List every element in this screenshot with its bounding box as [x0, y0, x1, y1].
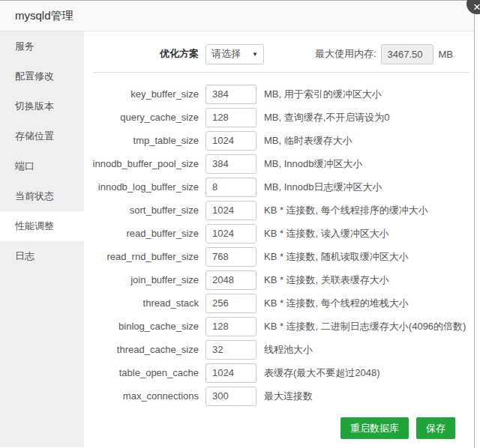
param-description: MB, 用于索引的缓冲区大小	[264, 88, 382, 101]
sidebar-item-label: 存储位置	[15, 130, 54, 143]
binlog_cache_size-input[interactable]	[206, 317, 256, 336]
param-label: thread_stack	[84, 297, 199, 309]
thread_stack-input[interactable]	[206, 294, 256, 313]
sidebar-item-3[interactable]: 存储位置	[0, 121, 84, 151]
param-label: innodb_log_buffer_size	[84, 181, 199, 193]
chevron-down-icon: ▼	[252, 51, 258, 58]
sidebar-item-label: 端口	[15, 160, 34, 173]
param-label: table_open_cache	[84, 367, 199, 378]
sidebar-item-6[interactable]: 性能调整	[0, 211, 84, 241]
main-panel: 优化方案 请选择 ▼ 最大使用内存: MB key_buffer_size MB…	[84, 31, 474, 447]
param-row: thread_cache_size 线程池大小	[84, 338, 474, 361]
param-row: read_rnd_buffer_size KB * 连接数, 随机读取缓冲区大小	[84, 245, 474, 268]
sidebar-item-label: 性能调整	[15, 220, 54, 233]
param-label: tmp_table_size	[84, 135, 199, 146]
param-label: max_connections	[84, 390, 199, 402]
sidebar-item-7[interactable]: 日志	[0, 241, 84, 271]
sidebar-item-label: 日志	[15, 249, 34, 263]
param-description: MB, Innodb日志缓冲区大小	[264, 181, 382, 194]
param-row: join_buffer_size KB * 连接数, 关联表缓存大小	[84, 268, 474, 291]
param-row: innodb_log_buffer_size MB, Innodb日志缓冲区大小	[84, 175, 474, 199]
scheme-label: 优化方案	[93, 47, 199, 61]
param-label: read_buffer_size	[84, 228, 199, 239]
param-description: 最大连接数	[264, 390, 313, 403]
param-description: MB, 查询缓存,不开启请设为0	[264, 111, 390, 124]
mysqld-manage-dialog: ✕ mysqld管理 服务 配置修改 切换版本 存储位置 端口 当前状态 性能调…	[0, 1, 475, 448]
innodb_buffer_pool_size-input[interactable]	[206, 154, 256, 174]
param-label: sort_buffer_size	[84, 205, 199, 216]
param-description: KB * 连接数, 读入缓冲区大小	[264, 227, 389, 240]
save-button[interactable]: 保存	[416, 417, 455, 439]
sidebar-item-2[interactable]: 切换版本	[0, 91, 84, 121]
param-row: query_cache_size MB, 查询缓存,不开启请设为0	[84, 106, 474, 129]
close-icon: ✕	[473, 2, 480, 12]
param-label: innodb_buffer_pool_size	[84, 158, 199, 169]
param-form: key_buffer_size MB, 用于索引的缓冲区大小 query_cac…	[84, 73, 474, 408]
dialog-top-border	[0, 0, 480, 1]
table_open_cache-input[interactable]	[206, 363, 256, 383]
param-row: key_buffer_size MB, 用于索引的缓冲区大小	[84, 82, 474, 106]
param-row: binlog_cache_size KB * 连接数, 二进制日志缓存大小(40…	[84, 315, 474, 338]
max_connections-input[interactable]	[206, 387, 256, 406]
param-row: thread_stack KB * 连接数, 每个线程的堆栈大小	[84, 291, 474, 315]
param-row: tmp_table_size MB, 临时表缓存大小	[84, 129, 474, 152]
param-label: key_buffer_size	[84, 88, 199, 100]
sidebar-item-label: 切换版本	[15, 100, 54, 113]
param-description: KB * 连接数, 关联表缓存大小	[264, 273, 389, 287]
sidebar-item-label: 服务	[15, 40, 34, 53]
param-description: MB, 临时表缓存大小	[264, 134, 352, 148]
param-description: MB, Innodb缓冲区大小	[264, 157, 363, 171]
param-row: max_connections 最大连接数	[84, 384, 474, 408]
scheme-select[interactable]: 请选择 ▼	[206, 44, 264, 64]
param-description: KB * 连接数, 二进制日志缓存大小(4096的倍数)	[264, 320, 466, 333]
param-row: innodb_buffer_pool_size MB, Innodb缓冲区大小	[84, 152, 474, 175]
param-description: KB * 连接数, 随机读取缓冲区大小	[264, 250, 409, 264]
max-memory-group: 最大使用内存: MB	[315, 44, 453, 64]
innodb_log_buffer_size-input[interactable]	[206, 178, 256, 197]
dialog-title: mysqld管理	[15, 9, 74, 23]
key_buffer_size-input[interactable]	[206, 85, 256, 104]
actions-row: 重启数据库 保存	[84, 417, 474, 439]
param-description: 表缓存(最大不要超过2048)	[264, 366, 380, 380]
max-memory-input[interactable]	[381, 44, 434, 64]
sidebar-item-4[interactable]: 端口	[0, 151, 84, 181]
scheme-select-value: 请选择	[212, 47, 241, 61]
query_cache_size-input[interactable]	[206, 108, 256, 127]
param-row: sort_buffer_size KB * 连接数, 每个线程排序的缓冲大小	[84, 199, 474, 222]
read_rnd_buffer_size-input[interactable]	[206, 247, 256, 267]
param-description: KB * 连接数, 每个线程排序的缓冲大小	[264, 204, 428, 217]
param-description: 线程池大小	[264, 343, 313, 357]
sidebar: 服务 配置修改 切换版本 存储位置 端口 当前状态 性能调整 日志	[0, 31, 84, 447]
restart-database-button[interactable]: 重启数据库	[340, 417, 409, 439]
sidebar-item-label: 当前状态	[15, 190, 54, 203]
dialog-titlebar: mysqld管理	[0, 1, 474, 31]
param-description: KB * 连接数, 每个线程的堆栈大小	[264, 297, 409, 310]
param-label: join_buffer_size	[84, 274, 199, 285]
tmp_table_size-input[interactable]	[206, 131, 256, 151]
sidebar-item-0[interactable]: 服务	[0, 31, 84, 61]
max-memory-unit: MB	[439, 49, 454, 60]
param-row: table_open_cache 表缓存(最大不要超过2048)	[84, 361, 474, 384]
param-label: read_rnd_buffer_size	[84, 251, 199, 262]
read_buffer_size-input[interactable]	[206, 224, 256, 243]
param-label: binlog_cache_size	[84, 321, 199, 332]
max-memory-label: 最大使用内存:	[315, 47, 376, 61]
scheme-row: 优化方案 请选择 ▼ 最大使用内存: MB	[93, 31, 470, 73]
join_buffer_size-input[interactable]	[206, 270, 256, 290]
sort_buffer_size-input[interactable]	[206, 201, 256, 220]
sidebar-item-label: 配置修改	[15, 70, 54, 83]
thread_cache_size-input[interactable]	[206, 340, 256, 360]
param-label: thread_cache_size	[84, 344, 199, 355]
param-label: query_cache_size	[84, 112, 199, 123]
sidebar-item-5[interactable]: 当前状态	[0, 181, 84, 211]
param-row: read_buffer_size KB * 连接数, 读入缓冲区大小	[84, 222, 474, 245]
sidebar-item-1[interactable]: 配置修改	[0, 61, 84, 91]
